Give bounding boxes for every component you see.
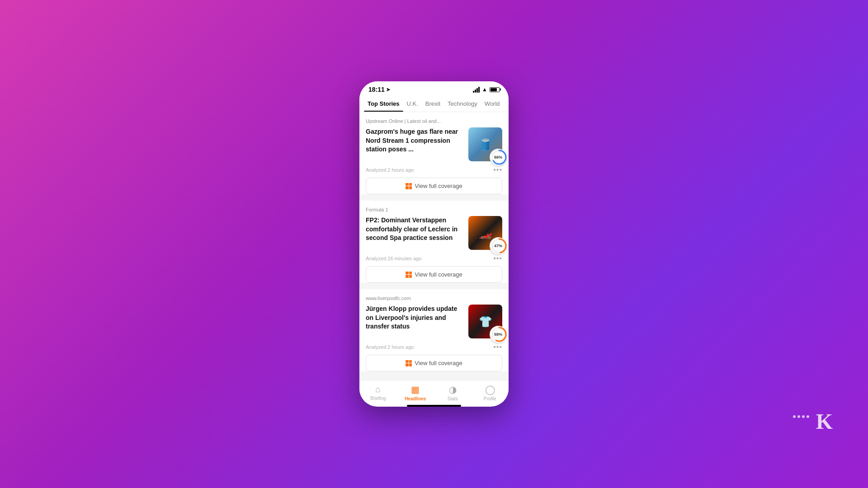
news-card-3: www.liverpoolfc.com Jürgen Klopp provide… bbox=[359, 289, 509, 371]
score-text-2: 47% bbox=[494, 244, 502, 248]
status-icons: ▲ bbox=[473, 86, 500, 93]
status-bar: 18:11 ➤ ▲ bbox=[359, 81, 509, 96]
news-source-2: Formula 1 bbox=[366, 207, 502, 212]
news-image-wrap-2: 🏎️ 47% bbox=[468, 216, 502, 250]
news-time-3: Analyzed 2 hours ago bbox=[366, 344, 414, 350]
grid-icon-2 bbox=[406, 272, 412, 278]
status-time: 18:11 ➤ bbox=[368, 86, 390, 93]
view-coverage-btn-1[interactable]: View full coverage bbox=[366, 178, 502, 194]
news-source-1: Upstream Online | Latest oil and... bbox=[366, 118, 502, 124]
news-image-wrap-1: 🛢️ 66% bbox=[468, 127, 502, 161]
news-title-2: FP2: Dominant Verstappen comfortably cle… bbox=[366, 216, 464, 243]
more-options-2[interactable]: ••• bbox=[493, 254, 502, 263]
score-text-1: 66% bbox=[494, 155, 502, 160]
score-text-3: 58% bbox=[494, 332, 502, 337]
score-badge-2: 47% bbox=[490, 237, 507, 254]
briefing-label: Briefing bbox=[370, 396, 386, 401]
bottom-nav-headlines[interactable]: ▦ Headlines bbox=[397, 384, 434, 401]
news-text-3: Jürgen Klopp provides update on Liverpoo… bbox=[366, 305, 464, 334]
more-options-3[interactable]: ••• bbox=[493, 343, 502, 351]
bottom-nav-stats[interactable]: ◑ Stats bbox=[434, 384, 472, 401]
k-logo: K bbox=[816, 409, 832, 434]
news-title-1: Gazprom's huge gas flare near Nord Strea… bbox=[366, 127, 464, 154]
news-meta-3: Analyzed 2 hours ago ••• bbox=[366, 338, 502, 355]
tab-brexit[interactable]: Brexit bbox=[422, 96, 444, 112]
news-time-1: Analyzed 2 hours ago bbox=[366, 167, 414, 173]
briefing-icon: ⌂ bbox=[375, 384, 381, 394]
news-card-2: Formula 1 FP2: Dominant Verstappen comfo… bbox=[359, 201, 509, 283]
bottom-nav: ⌂ Briefing ▦ Headlines ◑ Stats ◯ Profile bbox=[359, 380, 509, 403]
news-image-wrap-3: 👕 58% bbox=[468, 305, 502, 338]
headlines-label: Headlines bbox=[405, 396, 426, 401]
view-coverage-btn-2[interactable]: View full coverage bbox=[366, 266, 502, 283]
news-title-3: Jürgen Klopp provides update on Liverpoo… bbox=[366, 305, 464, 331]
news-meta-2: Analyzed 26 minutes ago ••• bbox=[366, 250, 502, 266]
news-main-2: FP2: Dominant Verstappen comfortably cle… bbox=[366, 216, 502, 250]
news-card-1: Upstream Online | Latest oil and... Gazp… bbox=[359, 112, 509, 194]
grid-icon-1 bbox=[406, 183, 412, 189]
tab-top-stories[interactable]: Top Stories bbox=[364, 96, 403, 112]
news-time-2: Analyzed 26 minutes ago bbox=[366, 256, 422, 261]
battery-icon bbox=[490, 87, 500, 92]
bottom-nav-profile[interactable]: ◯ Profile bbox=[472, 384, 509, 401]
profile-label: Profile bbox=[484, 396, 496, 401]
signal-icon bbox=[473, 87, 480, 93]
headlines-icon: ▦ bbox=[411, 384, 420, 395]
wifi-icon: ▲ bbox=[482, 86, 487, 93]
news-source-3: www.liverpoolfc.com bbox=[366, 296, 502, 301]
content-area: Upstream Online | Latest oil and... Gazp… bbox=[359, 112, 509, 380]
news-text-2: FP2: Dominant Verstappen comfortably cle… bbox=[366, 216, 464, 245]
tab-uk[interactable]: U.K. bbox=[403, 96, 422, 112]
grid-icon-3 bbox=[406, 360, 412, 366]
view-coverage-btn-3[interactable]: View full coverage bbox=[366, 355, 502, 371]
phone-frame: 18:11 ➤ ▲ Top Stories U.K. Brexit Techno… bbox=[359, 81, 509, 407]
more-options-1[interactable]: ••• bbox=[493, 166, 502, 174]
news-main-3: Jürgen Klopp provides update on Liverpoo… bbox=[366, 305, 502, 338]
stats-icon: ◑ bbox=[449, 384, 457, 395]
news-main-1: Gazprom's huge gas flare near Nord Strea… bbox=[366, 127, 502, 161]
news-text-1: Gazprom's huge gas flare near Nord Strea… bbox=[366, 127, 464, 157]
tab-technology[interactable]: Technology bbox=[444, 96, 481, 112]
home-indicator bbox=[407, 405, 461, 407]
stats-label: Stats bbox=[448, 396, 458, 401]
score-badge-1: 66% bbox=[490, 149, 507, 166]
profile-icon: ◯ bbox=[485, 384, 495, 395]
score-badge-3: 58% bbox=[490, 326, 507, 343]
tab-world[interactable]: World bbox=[481, 96, 504, 112]
nav-tabs: Top Stories U.K. Brexit Technology World bbox=[359, 96, 509, 112]
bottom-nav-briefing[interactable]: ⌂ Briefing bbox=[359, 384, 397, 401]
news-meta-1: Analyzed 2 hours ago ••• bbox=[366, 161, 502, 178]
